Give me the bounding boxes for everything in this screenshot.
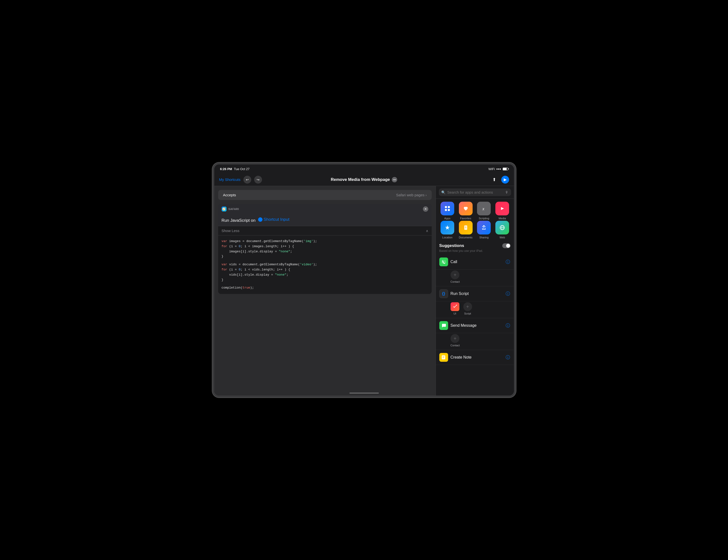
category-item-media[interactable]: Media <box>494 202 511 220</box>
send-message-icon <box>439 321 448 330</box>
scripting-label: Scripting <box>479 217 489 220</box>
home-indicator[interactable] <box>349 392 379 393</box>
create-note-info-button[interactable]: ⓘ <box>505 355 511 360</box>
call-info-button[interactable]: ⓘ <box>505 259 511 265</box>
svg-rect-0 <box>445 206 447 208</box>
call-contact-item[interactable]: + Contact <box>451 271 460 283</box>
run-js-title: Run JavaScript on Shortcut Input <box>218 214 432 226</box>
apps-icon <box>441 202 454 216</box>
svg-rect-3 <box>448 209 450 211</box>
suggestion-create-note[interactable]: Create Note ⓘ <box>436 350 514 365</box>
code-area[interactable]: var images = document.getElementsByTagNa… <box>218 236 432 294</box>
suggestion-run-script[interactable]: {} Run Script ⓘ <box>436 286 514 301</box>
suggestions-toggle[interactable] <box>502 243 511 248</box>
svg-rect-17 <box>442 358 444 358</box>
my-shortcuts-button[interactable]: My Shortcuts <box>219 178 241 182</box>
favorites-icon <box>459 202 473 216</box>
power-button <box>514 214 515 233</box>
run-script-label: Run Script <box>451 291 503 296</box>
svg-rect-1 <box>448 206 450 208</box>
documents-label: Documents <box>459 236 473 239</box>
show-less-bar[interactable]: Show Less ∧ <box>218 226 432 236</box>
safari-label: 🧭 SAFARI <box>222 207 239 212</box>
shortcut-input-link[interactable]: Shortcut Input <box>263 217 289 222</box>
call-icon <box>439 258 448 266</box>
code-card-header: 🧭 SAFARI ✕ <box>218 204 432 214</box>
category-item-location[interactable]: Location <box>439 221 456 239</box>
close-card-button[interactable]: ✕ <box>423 206 428 212</box>
share-button[interactable]: ⬆ <box>490 176 498 184</box>
play-button[interactable]: ▶ <box>501 176 509 184</box>
sharing-label: Sharing <box>479 236 489 239</box>
script-label: Script <box>464 312 471 315</box>
web-icon <box>495 221 509 235</box>
suggestions-title: Suggestions <box>439 243 464 248</box>
code-line: vids[i].style.display = "none"; <box>222 273 428 278</box>
status-bar: 6:26 PM Tue Oct 27 WiFi ●●● <box>214 165 514 173</box>
code-line: for (i = 0; i < vids.length; i++ ) { <box>222 267 428 273</box>
run-script-sub-items: UI + Script <box>436 301 514 318</box>
chevron-right-icon: › <box>426 193 427 197</box>
create-note-label: Create Note <box>451 355 503 359</box>
mic-icon[interactable]: 🎙 <box>505 191 509 194</box>
code-card: 🧭 SAFARI ✕ Run JavaScript on Shortcut In… <box>218 204 432 294</box>
send-message-info-button[interactable]: ⓘ <box>505 323 511 328</box>
category-item-apps[interactable]: Apps <box>439 202 456 220</box>
run-script-info-button[interactable]: ⓘ <box>505 291 511 296</box>
ui-icon <box>451 302 459 311</box>
search-bar: 🔍 🎙 <box>439 189 511 196</box>
nav-right: ⬆ ▶ <box>460 176 509 184</box>
status-icons: WiFi ●●● <box>489 167 508 171</box>
code-line: var images = document.getElementsByTagNa… <box>222 239 428 244</box>
suggestion-call[interactable]: Call ⓘ <box>436 255 514 270</box>
redo-button[interactable]: ↪ <box>254 176 262 184</box>
show-less-label: Show Less <box>222 229 239 233</box>
code-line: } <box>222 254 428 259</box>
svg-rect-2 <box>445 209 447 211</box>
scripting-icon: x <box>477 202 491 216</box>
main-content: Accepts Safari web pages › 🧭 SAFARI ✕ <box>214 186 514 395</box>
search-icon: 🔍 <box>441 191 445 194</box>
run-script-icon: {} <box>439 289 448 298</box>
send-message-sub-items: + Contact <box>436 333 514 350</box>
message-contact-label: Contact <box>451 344 460 347</box>
suggestion-send-message[interactable]: Send Message ⓘ <box>436 318 514 333</box>
left-panel: Accepts Safari web pages › 🧭 SAFARI ✕ <box>214 186 436 395</box>
category-item-sharing[interactable]: Sharing <box>475 221 493 239</box>
right-panel: 🔍 🎙 Apps <box>436 186 514 395</box>
category-item-web[interactable]: Web <box>494 221 511 239</box>
add-contact-button[interactable]: + <box>451 271 459 279</box>
category-item-scripting[interactable]: x Scripting <box>475 202 493 220</box>
ipad-frame: 6:26 PM Tue Oct 27 WiFi ●●● My Shortcuts… <box>212 163 516 397</box>
svg-text:x: x <box>482 206 484 211</box>
ui-label: UI <box>454 312 456 315</box>
run-script-ui-item[interactable]: UI <box>451 302 459 315</box>
contact-label: Contact <box>451 280 460 283</box>
run-script-script-item[interactable]: + Script <box>463 302 472 315</box>
add-script-button[interactable]: + <box>463 302 472 311</box>
chevron-up-icon: ∧ <box>426 229 428 233</box>
call-label: Call <box>451 260 503 264</box>
add-message-contact-button[interactable]: + <box>451 334 459 343</box>
suggestions-subtitle: Based on how you use your iPad. <box>436 249 514 255</box>
code-line: for (i = 0; i < images.length; i++ ) { <box>222 244 428 249</box>
nav-bar: My Shortcuts ↩ ↪ Remove Media from Webpa… <box>214 173 514 186</box>
category-item-documents[interactable]: Documents <box>457 221 474 239</box>
safari-app-icon: 🧭 <box>222 207 227 212</box>
send-message-contact-item[interactable]: + Contact <box>451 334 460 347</box>
sharing-icon <box>477 221 491 235</box>
page-title: Remove Media from Webpage <box>331 177 390 182</box>
more-options-button[interactable]: ••• <box>392 177 397 182</box>
category-grid: Apps Favorites x <box>436 199 514 242</box>
location-icon <box>441 221 454 235</box>
nav-left: My Shortcuts ↩ ↪ <box>219 176 268 184</box>
svg-rect-15 <box>442 356 444 357</box>
media-label: Media <box>499 217 506 220</box>
call-sub-items: + Contact <box>436 270 514 286</box>
search-input[interactable] <box>447 190 503 194</box>
nav-center: Remove Media from Webpage ••• <box>268 177 460 182</box>
svg-rect-16 <box>442 357 444 357</box>
category-item-favorites[interactable]: Favorites <box>457 202 474 220</box>
undo-button[interactable]: ↩ <box>243 176 251 184</box>
wifi-icon: WiFi <box>489 167 495 171</box>
